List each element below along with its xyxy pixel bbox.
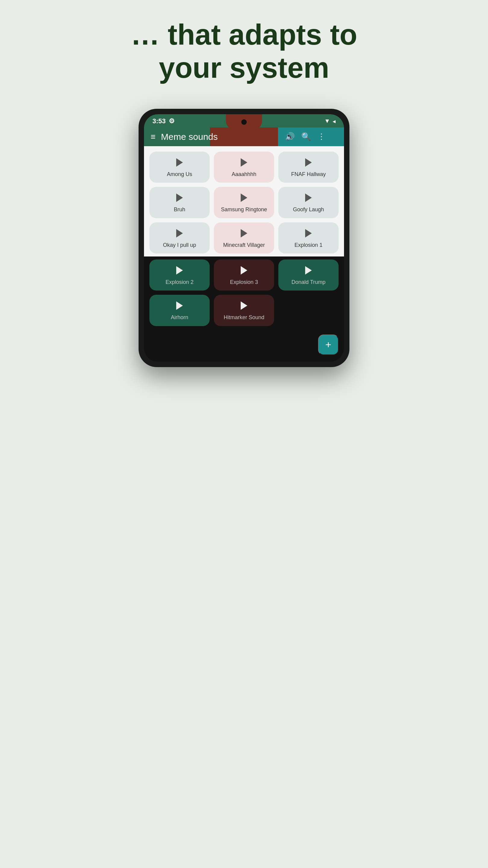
play-icon: [241, 266, 247, 275]
phone-screen: 3:53 ⚙ ▼ ◂ ≡ Meme sounds 🔊 🔍 ⋮: [144, 114, 344, 362]
play-icon: [241, 158, 247, 167]
play-icon: [176, 266, 183, 275]
play-icon: [176, 158, 183, 167]
menu-button[interactable]: ≡: [151, 132, 156, 142]
app-bar: ≡ Meme sounds 🔊 🔍 ⋮: [144, 127, 344, 146]
camera-dot: [241, 119, 247, 125]
sound-label: FNAF Hallway: [291, 171, 326, 178]
sound-label: Explosion 2: [165, 279, 193, 286]
sound-button-among-us[interactable]: Among Us: [150, 152, 210, 183]
play-icon: [176, 229, 183, 238]
sound-label: Aaaahhhh: [232, 171, 256, 178]
fab-area: +: [144, 332, 344, 362]
sound-button-okay[interactable]: Okay I pull up: [150, 222, 210, 253]
play-icon: [305, 193, 312, 202]
play-icon: [241, 193, 247, 202]
dark-grid-section: Explosion 2 Explosion 3 Donald Trump: [144, 256, 344, 295]
sound-button-aaaahhhh[interactable]: Aaaahhhh: [214, 152, 274, 183]
sound-button-airhorn[interactable]: Airhorn: [150, 295, 210, 326]
sound-label: Bruh: [174, 206, 185, 213]
light-grid-section: Among Us Aaaahhhh FNAF Hallway Bruh Sams…: [144, 146, 344, 256]
sound-button-goofy[interactable]: Goofy Laugh: [278, 187, 338, 218]
sound-button-minecraft[interactable]: Minecraft Villager: [214, 222, 274, 253]
sound-button-bruh[interactable]: Bruh: [150, 187, 210, 218]
headline: … that adapts to your system: [101, 18, 387, 85]
sound-label: Explosion 1: [294, 242, 322, 249]
settings-icon: ⚙: [169, 117, 175, 125]
play-icon: [305, 158, 312, 167]
play-icon: [241, 229, 247, 238]
status-icons: ▼ ◂: [324, 118, 335, 125]
sound-button-donald-trump[interactable]: Donald Trump: [278, 259, 338, 290]
sound-button-explosion1[interactable]: Explosion 1: [278, 222, 338, 253]
signal-icon: ◂: [332, 118, 335, 125]
play-icon: [176, 193, 183, 202]
sound-button-samsung[interactable]: Samsung Ringtone: [214, 187, 274, 218]
sound-label: Samsung Ringtone: [221, 206, 267, 213]
phone-shell: 3:53 ⚙ ▼ ◂ ≡ Meme sounds 🔊 🔍 ⋮: [138, 109, 350, 367]
wifi-icon: ▼: [324, 118, 330, 124]
sound-label: Hitmarker Sound: [224, 314, 264, 321]
play-icon: [305, 266, 312, 275]
sound-button-explosion2[interactable]: Explosion 2: [150, 259, 210, 290]
add-sound-fab[interactable]: +: [318, 335, 338, 355]
sound-label: Minecraft Villager: [223, 242, 265, 249]
search-button[interactable]: 🔍: [301, 132, 311, 141]
status-time: 3:53: [153, 117, 166, 125]
volume-button[interactable]: 🔊: [285, 132, 295, 141]
sound-button-fnaf[interactable]: FNAF Hallway: [278, 152, 338, 183]
sound-button-explosion3[interactable]: Explosion 3: [214, 259, 274, 290]
status-bar: 3:53 ⚙ ▼ ◂: [144, 114, 344, 127]
sound-label: Among Us: [167, 171, 192, 178]
sound-label: Donald Trump: [291, 279, 325, 286]
dark-grid-section-2: Airhorn Hitmarker Sound: [144, 295, 344, 331]
sound-label: Okay I pull up: [163, 242, 196, 249]
sound-label: Goofy Laugh: [293, 206, 324, 213]
play-icon: [176, 301, 183, 310]
sound-label: Airhorn: [171, 314, 188, 321]
app-title: Meme sounds: [161, 132, 218, 142]
play-icon: [241, 301, 247, 310]
sound-label: Explosion 3: [230, 279, 258, 286]
play-icon: [305, 229, 312, 238]
sound-button-hitmarker[interactable]: Hitmarker Sound: [214, 295, 274, 326]
more-button[interactable]: ⋮: [318, 132, 325, 141]
